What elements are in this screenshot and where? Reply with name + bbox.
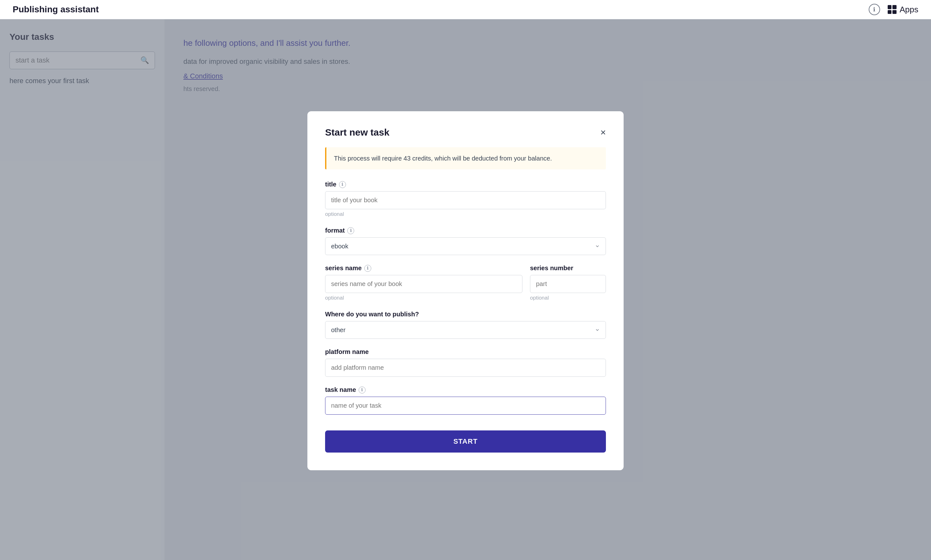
task-name-label: task name ℹ bbox=[325, 386, 606, 394]
app-title: Publishing assistant bbox=[13, 5, 99, 15]
task-name-field-group: task name ℹ bbox=[325, 386, 606, 415]
topbar: Publishing assistant ℹ Apps bbox=[0, 0, 931, 19]
task-name-input[interactable] bbox=[325, 397, 606, 415]
title-optional: optional bbox=[325, 211, 606, 217]
title-input[interactable] bbox=[325, 191, 606, 209]
start-button[interactable]: START bbox=[325, 431, 606, 452]
platform-name-label: platform name bbox=[325, 348, 606, 355]
format-info-icon[interactable]: ℹ bbox=[347, 227, 354, 234]
series-name-label: series name ℹ bbox=[325, 265, 523, 272]
publish-select[interactable]: other Amazon KDP IngramSpark Draft2Digit… bbox=[325, 321, 606, 339]
series-row: series name ℹ optional series number opt… bbox=[325, 265, 606, 301]
modal-title: Start new task bbox=[325, 127, 389, 138]
format-label: format ℹ bbox=[325, 227, 606, 234]
apps-button[interactable]: Apps bbox=[888, 5, 918, 15]
grid-icon bbox=[888, 5, 897, 14]
series-name-input[interactable] bbox=[325, 275, 523, 293]
series-number-optional: optional bbox=[530, 295, 606, 301]
task-name-info-icon[interactable]: ℹ bbox=[359, 386, 365, 394]
series-number-field-group: series number optional bbox=[530, 265, 606, 301]
modal-header: Start new task × bbox=[325, 127, 606, 138]
series-number-input[interactable] bbox=[530, 275, 606, 293]
modal-close-button[interactable]: × bbox=[600, 128, 606, 137]
series-number-label: series number bbox=[530, 265, 606, 272]
publish-field-group: Where do you want to publish? other Amaz… bbox=[325, 311, 606, 339]
publish-label: Where do you want to publish? bbox=[325, 311, 606, 318]
modal: Start new task × This process will requi… bbox=[307, 111, 624, 470]
series-name-info-icon[interactable]: ℹ bbox=[364, 265, 371, 272]
title-field-group: title ℹ optional bbox=[325, 181, 606, 217]
notice-box: This process will require 43 credits, wh… bbox=[325, 147, 606, 169]
series-name-optional: optional bbox=[325, 295, 523, 301]
format-field-group: format ℹ ebook paperback hardcover audio… bbox=[325, 227, 606, 255]
platform-name-field-group: platform name bbox=[325, 348, 606, 377]
apps-label: Apps bbox=[900, 5, 918, 15]
title-info-icon[interactable]: ℹ bbox=[339, 181, 346, 188]
series-name-field-group: series name ℹ optional bbox=[325, 265, 523, 301]
format-select[interactable]: ebook paperback hardcover audiobook bbox=[325, 237, 606, 255]
info-icon[interactable]: ℹ bbox=[869, 4, 880, 15]
topbar-right: ℹ Apps bbox=[869, 4, 918, 15]
platform-name-input[interactable] bbox=[325, 359, 606, 377]
title-label: title ℹ bbox=[325, 181, 606, 188]
